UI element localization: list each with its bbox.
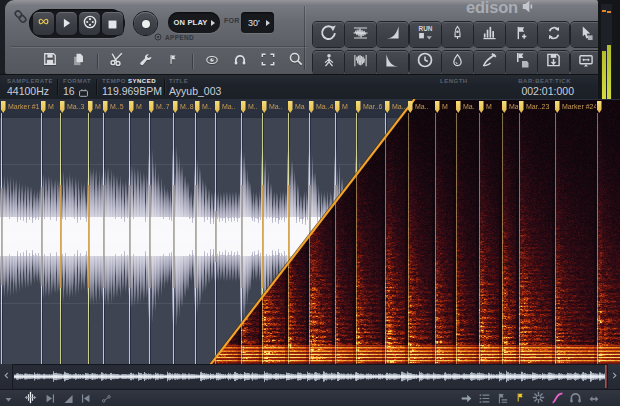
- view-mode-button[interactable]: [204, 52, 221, 70]
- previous-marker-button[interactable]: [42, 391, 58, 406]
- duration-dropdown[interactable]: 30': [241, 12, 274, 33]
- scroll-left-icon: [3, 371, 10, 382]
- samplerate-value[interactable]: 44100Hz: [7, 85, 49, 97]
- list-button[interactable]: [476, 391, 492, 406]
- scroll-left-button[interactable]: [0, 364, 13, 389]
- record-button[interactable]: [134, 12, 157, 35]
- preview-loop-button[interactable]: [232, 52, 249, 70]
- add-marker-button[interactable]: [506, 22, 537, 47]
- marker-6[interactable]: M: [129, 99, 149, 117]
- info-separator: [57, 79, 58, 95]
- marker-4[interactable]: M: [88, 99, 103, 117]
- zoom-button[interactable]: [288, 52, 305, 70]
- speaker-icon: [522, 0, 535, 17]
- next-marker-button[interactable]: [78, 391, 94, 406]
- run-script-button[interactable]: RUN: [410, 22, 441, 47]
- copy-button[interactable]: [70, 52, 87, 71]
- marker-15[interactable]: M: [335, 99, 356, 117]
- marker-14[interactable]: Ma..4: [309, 99, 335, 117]
- marker-7[interactable]: M..7: [149, 99, 173, 117]
- marker-9[interactable]: M..: [195, 99, 215, 117]
- normalize-icon: [352, 25, 369, 45]
- time-stretch-button[interactable]: [410, 51, 441, 75]
- analyze-button[interactable]: [474, 22, 505, 47]
- link-icon[interactable]: [13, 8, 28, 29]
- cut-button[interactable]: [109, 52, 126, 70]
- pan-button[interactable]: [586, 391, 602, 406]
- link-dots-button[interactable]: [98, 391, 114, 406]
- save-sample-icon: [546, 52, 561, 72]
- marker-10[interactable]: Ma..: [215, 99, 241, 117]
- marker-flag-icon: [88, 101, 93, 113]
- tempo-value[interactable]: 119.969BPM: [102, 85, 162, 97]
- marker-8[interactable]: M..8: [173, 99, 195, 117]
- marker-1[interactable]: Marker #1: [1, 99, 41, 117]
- scroll-right-button[interactable]: [607, 364, 620, 389]
- position-value[interactable]: 002:01:000: [521, 85, 574, 97]
- stop-button[interactable]: [102, 12, 123, 35]
- marker-12[interactable]: Ma..: [262, 99, 288, 117]
- title-value[interactable]: Ayyub_003: [169, 85, 221, 97]
- meter-peak-right: [607, 11, 611, 13]
- wave-editor-canvas[interactable]: [0, 99, 620, 364]
- marker-16[interactable]: Mar..6: [356, 99, 385, 117]
- marker-13[interactable]: Ma: [288, 99, 309, 117]
- marker-25[interactable]: [597, 99, 620, 117]
- drag-copy-button[interactable]: [571, 22, 602, 47]
- slide-button[interactable]: [549, 391, 565, 406]
- format-value[interactable]: 16: [63, 85, 75, 97]
- declick-button[interactable]: [442, 22, 473, 47]
- overview-canvas[interactable]: [0, 364, 620, 389]
- marker-flag-button[interactable]: [512, 391, 528, 406]
- drop-marker-icon: [168, 52, 178, 71]
- append-toggle[interactable]: APPEND: [154, 33, 194, 42]
- marker-19[interactable]: M: [435, 99, 456, 117]
- toolbar-separator: [97, 54, 98, 69]
- marker-18[interactable]: Ma..: [408, 99, 435, 117]
- marker-22[interactable]: Ma: [502, 99, 519, 117]
- ramp-button[interactable]: [60, 391, 76, 406]
- marker-list-button[interactable]: [495, 391, 511, 406]
- blur-button[interactable]: [442, 51, 473, 75]
- normalize-button[interactable]: [345, 22, 376, 47]
- circle-dot-icon: [154, 33, 162, 42]
- preview-headphones-button[interactable]: [567, 391, 583, 406]
- preview-button[interactable]: [79, 12, 100, 35]
- play-button[interactable]: [56, 12, 77, 35]
- jump-forward-button[interactable]: [458, 391, 474, 406]
- marker-23[interactable]: Mar..23: [519, 99, 555, 117]
- marker-21[interactable]: M: [479, 99, 502, 117]
- slice-markers-button[interactable]: [506, 51, 537, 75]
- edison-window: ON PLAY FOR 30' APPEND RUN edison SAMPLE…: [0, 0, 620, 406]
- marker-5[interactable]: M..5: [103, 99, 129, 117]
- marker-3[interactable]: Ma..3: [60, 99, 88, 117]
- reverse-button[interactable]: [313, 22, 344, 47]
- select-all-button[interactable]: [260, 52, 277, 70]
- snap-button[interactable]: [530, 391, 546, 406]
- scrub-button[interactable]: [22, 391, 38, 406]
- fade-out-button[interactable]: [377, 51, 408, 75]
- marker-17[interactable]: Ma..: [385, 99, 408, 117]
- marker-20[interactable]: Ma.: [456, 99, 479, 117]
- menu-down-button[interactable]: [0, 391, 16, 406]
- marker-label: M: [442, 103, 448, 110]
- pan-icon: [587, 390, 601, 406]
- fit-window-button[interactable]: [571, 51, 602, 75]
- marker-24[interactable]: Marker #24: [555, 99, 597, 117]
- position-label: BAR:BEAT:TICK: [518, 78, 571, 84]
- record-mode-dropdown[interactable]: ON PLAY: [168, 12, 220, 33]
- marker-11[interactable]: M..: [241, 99, 262, 117]
- drop-marker-button[interactable]: [165, 52, 182, 71]
- fade-in-button[interactable]: [377, 22, 408, 47]
- noise-removal-button[interactable]: [345, 51, 376, 75]
- save-button[interactable]: [42, 52, 59, 70]
- declip-button[interactable]: [313, 51, 344, 75]
- marker-label: Ma..4: [316, 103, 334, 110]
- convert-button[interactable]: [538, 22, 569, 47]
- draw-button[interactable]: [474, 51, 505, 75]
- tools-button[interactable]: [137, 52, 154, 70]
- loop-button[interactable]: [33, 12, 54, 35]
- save-sample-button[interactable]: [538, 51, 569, 75]
- marker-2[interactable]: M: [41, 99, 60, 117]
- marker-flag-icon: [502, 101, 507, 113]
